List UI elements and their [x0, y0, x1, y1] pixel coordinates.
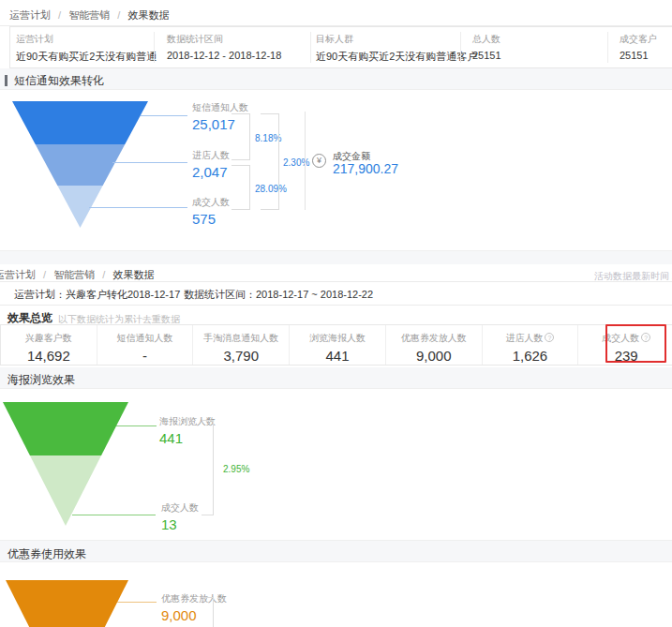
- poster-funnel-chart: [3, 402, 128, 526]
- stat-poster-views: 浏览海报人数 441: [289, 325, 385, 365]
- detail-range-line: 数据统计区间：2018-12-17 ~ 2018-12-22: [184, 288, 373, 302]
- total-rate-bracket: [202, 420, 214, 515]
- stat-coupons-issued: 优惠券发放人数 9,000: [385, 325, 482, 365]
- breadcrumb-separator: /: [117, 9, 120, 21]
- stage-value: 575: [192, 211, 230, 227]
- total-rate-bracket: [261, 113, 279, 210]
- funnel-segment: [12, 144, 148, 187]
- deal-label: 成交客户: [620, 33, 657, 46]
- section-strip: 短信通知效果转化: [0, 68, 672, 89]
- stage-label: 进店人数: [192, 149, 230, 162]
- funnel-stage-1: 优惠券发放人数 9,000: [161, 592, 227, 623]
- breadcrumb-separator: /: [102, 269, 105, 280]
- breadcrumb-item-marketing[interactable]: 智能营销: [53, 269, 95, 280]
- deal-value: 25151: [620, 50, 657, 61]
- section-strip: [0, 251, 672, 264]
- funnel-stage-2: 进店人数 2,047: [192, 149, 230, 180]
- overview-stats-table: 兴趣客户数 14,692 短信通知人数 - 手淘消息通知人数 3,790 浏览海…: [0, 324, 672, 366]
- stat-value: 441: [290, 348, 385, 364]
- breadcrumb: 运营计划 / 智能营销 / 效果数据: [9, 8, 169, 22]
- stat-store-visits: 进店人数? 1,626: [482, 325, 578, 365]
- detail-plan-label: 运营计划：: [14, 289, 66, 300]
- connector-line: [72, 515, 156, 515]
- stat-value: 9,000: [386, 348, 482, 364]
- title-bar: [5, 75, 7, 86]
- connector-line: [116, 425, 157, 426]
- stage-label: 成交人数: [161, 501, 199, 515]
- stat-value: 14,692: [1, 348, 97, 364]
- detail-range-label: 数据统计区间：: [184, 289, 256, 300]
- stat-label: 短信通知人数: [97, 332, 193, 345]
- total-info-col: 总人数 25151: [472, 33, 501, 61]
- funnel-segment: [3, 402, 128, 455]
- sms-funnel-card: 短信通知人数 25,017 进店人数 2,047 成交人数 575 8.18% …: [0, 89, 672, 251]
- plan-info-col: 运营计划 近90天有购买近2天没有购普通: [16, 33, 157, 64]
- breadcrumb-item-effect: 效果数据: [127, 9, 169, 21]
- stat-sms-notified: 短信通知人数 -: [97, 325, 193, 365]
- yuan-circle-icon: ¥: [312, 154, 326, 168]
- amount-value: 217,900.27: [333, 161, 398, 176]
- funnel-segment: [6, 580, 128, 627]
- stage-value: 2,047: [192, 164, 230, 180]
- stat-value: 1,626: [483, 348, 578, 364]
- info-icon[interactable]: ?: [545, 333, 554, 342]
- sms-funnel-chart: [12, 101, 148, 228]
- connector-line: [141, 115, 187, 116]
- divider: [0, 281, 672, 282]
- range-value: 2018-12-12 - 2018-12-18: [167, 50, 281, 61]
- stage-label: 优惠券发放人数: [161, 592, 227, 605]
- breadcrumb-item-effect: 效果数据: [112, 269, 154, 280]
- divider: [305, 112, 306, 210]
- rate-bracket: [231, 165, 250, 210]
- total-label: 总人数: [472, 33, 501, 46]
- connector-line: [89, 207, 187, 208]
- breadcrumb-detail: 运营计划 / 智能营销 / 效果数据: [0, 268, 154, 282]
- connector-line: [112, 162, 187, 163]
- audience-value: 近90天有购买近2天没有购普通客户: [316, 50, 477, 64]
- stat-taobao-message: 手淘消息通知人数 3,790: [192, 325, 289, 365]
- range-label: 数据统计区间: [167, 33, 281, 46]
- dashboard-screen: 运营计划 / 智能营销 / 效果数据 运营计划 近90天有购买近2天没有购普通 …: [0, 0, 672, 627]
- stat-label: 浏览海报人数: [290, 332, 385, 345]
- total-rate: 2.30%: [283, 157, 309, 168]
- coupon-section-title: 优惠券使用效果: [7, 546, 86, 562]
- audience-label: 目标人群: [316, 33, 477, 46]
- stat-label: 优惠券发放人数: [386, 332, 482, 345]
- funnel-stage-2: 成交人数 13: [161, 501, 199, 532]
- column-divider: [154, 32, 155, 63]
- breadcrumb-separator: /: [43, 269, 46, 280]
- audience-info-col: 目标人群 近90天有购买近2天没有购普通客户: [316, 33, 477, 64]
- breadcrumb-item-plan[interactable]: 运营计划: [0, 269, 36, 280]
- stat-value: -: [97, 348, 193, 364]
- detail-plan-line: 运营计划：兴趣客户转化2018-12-17: [14, 288, 180, 302]
- stat-label: 兴趣客户数: [1, 332, 97, 345]
- divider: [0, 305, 672, 306]
- poster-funnel-card: 海报浏览人数 441 成交人数 13 2.95%: [0, 388, 672, 541]
- stat-value: 3,790: [193, 348, 289, 364]
- coupon-funnel-card: 优惠券发放人数 9,000: [0, 561, 672, 627]
- rate-bracket: [231, 113, 250, 160]
- total-value: 25151: [472, 50, 501, 61]
- section-strip: 海报浏览效果: [0, 367, 672, 388]
- range-info-col: 数据统计区间 2018-12-12 - 2018-12-18: [167, 33, 281, 61]
- plan-value: 近90天有购买近2天没有购普通: [16, 50, 157, 64]
- stage-label: 短信通知人数: [192, 101, 248, 114]
- section-strip: 优惠券使用效果: [0, 541, 672, 561]
- funnel-stage-3: 成交人数 575: [192, 196, 230, 227]
- funnel-segment: [12, 101, 148, 144]
- total-rate: 2.95%: [223, 464, 249, 474]
- stat-interest-customers: 兴趣客户数 14,692: [1, 325, 97, 365]
- breadcrumb-separator: /: [58, 9, 61, 21]
- breadcrumb-item-marketing[interactable]: 智能营销: [68, 9, 110, 21]
- stage-label: 成交人数: [192, 196, 230, 209]
- total-rate-bracket: [202, 597, 214, 627]
- stage-value: 9,000: [161, 607, 227, 623]
- breadcrumb-item-plan[interactable]: 运营计划: [9, 9, 51, 21]
- detail-plan-value: 兴趣客户转化2018-12-17: [66, 289, 180, 300]
- stat-label: 进店人数: [505, 333, 543, 343]
- connector-line: [117, 602, 157, 603]
- stat-label: 手淘消息通知人数: [193, 332, 289, 345]
- poster-section-title: 海报浏览效果: [7, 372, 75, 388]
- column-divider: [460, 32, 461, 63]
- plan-label: 运营计划: [16, 33, 157, 46]
